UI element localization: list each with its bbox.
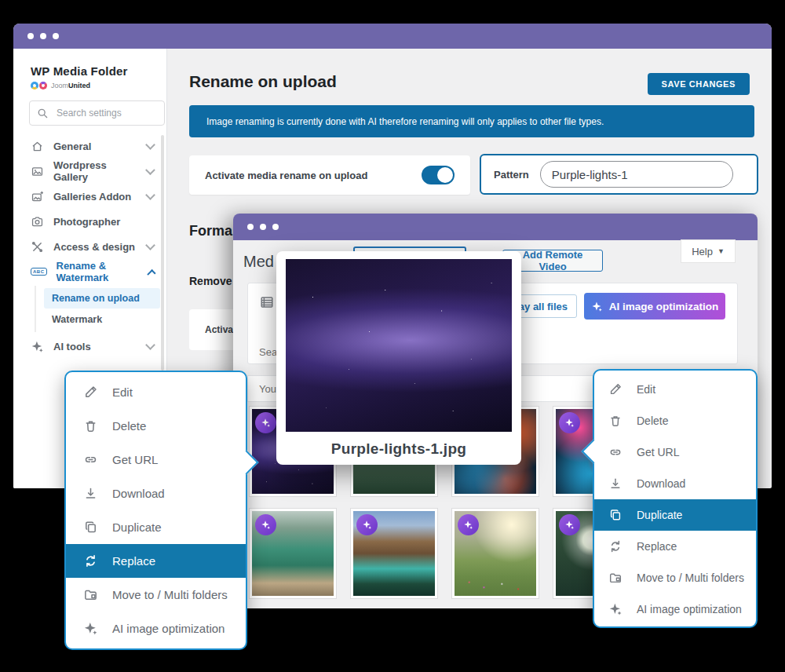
joomunited-logo-icon [31, 82, 38, 89]
ai-badge-icon [255, 514, 276, 535]
sidebar-item-general[interactable]: General [13, 133, 166, 159]
window-dot [53, 33, 59, 39]
sidebar-item-photographer[interactable]: Photographer [13, 209, 166, 234]
menu-item-duplicate[interactable]: Duplicate [66, 510, 246, 544]
home-icon [31, 140, 44, 153]
thumbnail-flower-meadow[interactable] [452, 509, 539, 598]
menu-item-move-to[interactable]: Move to / Multi folders [66, 578, 246, 612]
help-label: Help [692, 246, 713, 257]
tools-icon [31, 240, 44, 254]
sparkle-icon [83, 621, 98, 636]
ai-image-optimization-button[interactable]: AI image optimization [584, 293, 725, 320]
context-menu-left: Edit Delete Get URL Download Duplicate R… [64, 371, 247, 650]
window-dot [272, 224, 279, 230]
window-dot [27, 33, 34, 39]
duplicate-icon [608, 508, 623, 522]
menu-item-ai-optimization[interactable]: AI image optimization [66, 612, 246, 645]
brand-title: WP Media Folder [31, 64, 128, 78]
activate-rename-card: Activate media rename on upload [189, 155, 470, 195]
abc-icon: ABC [31, 268, 47, 276]
preview-image-purple-galaxy [286, 259, 512, 432]
settings-window-titlebar [13, 24, 772, 49]
ai-badge-icon [356, 514, 378, 535]
trash-icon [83, 418, 98, 433]
link-icon [608, 445, 623, 459]
media-window-titlebar [233, 214, 758, 240]
sidebar-subitem-watermark[interactable]: Watermark [44, 309, 160, 330]
thumbnail-rocky-mountain-lake[interactable] [351, 509, 437, 598]
sidebar-item-wordpress-gallery[interactable]: Wordpress Gallery [13, 159, 166, 184]
chevron-down-icon [145, 190, 155, 200]
sidebar-item-rename-watermark[interactable]: ABC Rename & Watermark [13, 259, 166, 284]
sparkle-icon [608, 602, 623, 616]
list-view-icon[interactable] [259, 294, 275, 310]
chevron-up-icon [146, 268, 155, 278]
image-preview-popup: Purple-lights-1.jpg [276, 251, 521, 465]
folder-move-icon [608, 571, 623, 585]
replace-icon [83, 553, 98, 568]
ai-badge-icon [255, 412, 276, 433]
sidebar-item-label: Photographer [53, 216, 120, 228]
menu-item-edit[interactable]: Edit [594, 374, 756, 405]
menu-item-delete[interactable]: Delete [594, 405, 756, 436]
activate-rename-label: Activate media rename on upload [205, 170, 367, 181]
chevron-down-icon [145, 140, 155, 150]
brand-subtitle: JoomUnited [51, 82, 90, 89]
save-changes-button[interactable]: SAVE CHANGES [648, 73, 750, 95]
replace-icon [608, 539, 623, 553]
settings-search-input[interactable] [55, 107, 144, 119]
download-icon [608, 477, 623, 491]
pattern-input[interactable] [540, 161, 733, 188]
download-icon [83, 486, 98, 501]
menu-item-download[interactable]: Download [66, 477, 246, 510]
menu-item-replace[interactable]: Replace [594, 531, 756, 562]
pattern-field-group: Pattern [480, 154, 758, 195]
menu-item-replace[interactable]: Replace [66, 544, 246, 578]
folder-move-icon [83, 587, 98, 602]
help-dropdown[interactable]: Help ▼ [681, 239, 736, 263]
ai-badge-icon [559, 514, 580, 535]
chevron-down-icon [145, 340, 155, 350]
format-heading: Forma [189, 223, 232, 239]
ai-badge-icon [559, 412, 580, 433]
screenshot-canvas: WP Media Folder JoomUnited General Wordp… [0, 0, 785, 672]
pencil-icon [83, 385, 98, 400]
activate-rename-toggle[interactable] [422, 166, 455, 184]
window-dot [260, 224, 266, 230]
menu-item-download[interactable]: Download [594, 468, 756, 499]
chevron-down-icon [145, 240, 155, 250]
toggle-knob [437, 167, 453, 183]
thumbnail-mountain-lake[interactable] [250, 509, 336, 598]
preview-filename: Purple-lights-1.jpg [276, 440, 521, 458]
sidebar-subitem-rename-on-upload[interactable]: Rename on upload [44, 288, 160, 309]
menu-item-get-url[interactable]: Get URL [66, 443, 246, 477]
sidebar-item-ai-tools[interactable]: AI tools [13, 334, 166, 359]
caret-down-icon: ▼ [717, 247, 725, 255]
sidebar-item-label: Access & design [53, 241, 135, 253]
page-title: Rename on upload [189, 72, 337, 91]
settings-search[interactable] [29, 100, 165, 126]
link-icon [83, 452, 98, 467]
sidebar-scrollbar[interactable] [161, 135, 164, 371]
sidebar-item-label: AI tools [53, 341, 91, 352]
info-banner: Image renaming is currently done with AI… [189, 105, 754, 137]
sidebar-item-label: Rename & Watermark [57, 260, 139, 283]
remove-heading: Remove [189, 275, 232, 287]
search-icon [36, 107, 49, 120]
sidebar-item-access-design[interactable]: Access & design [13, 234, 166, 259]
menu-item-delete[interactable]: Delete [66, 409, 246, 443]
menu-item-move-to[interactable]: Move to / Multi folders [594, 562, 756, 593]
trash-icon [608, 414, 623, 428]
camera-icon [31, 215, 44, 228]
media-page-title: Med [243, 253, 274, 271]
sidebar-item-galleries-addon[interactable]: Galleries Addon [13, 184, 166, 209]
menu-item-get-url[interactable]: Get URL [594, 436, 756, 468]
sidebar-item-label: Galleries Addon [53, 191, 131, 203]
menu-item-ai-optimization[interactable]: AI image optimization [594, 593, 756, 625]
ai-badge-icon [458, 514, 479, 535]
menu-item-edit[interactable]: Edit [66, 375, 246, 409]
chevron-down-icon [146, 165, 155, 174]
sidebar-item-label: General [53, 141, 91, 152]
sparkle-icon [31, 340, 44, 353]
menu-item-duplicate[interactable]: Duplicate [594, 499, 756, 531]
